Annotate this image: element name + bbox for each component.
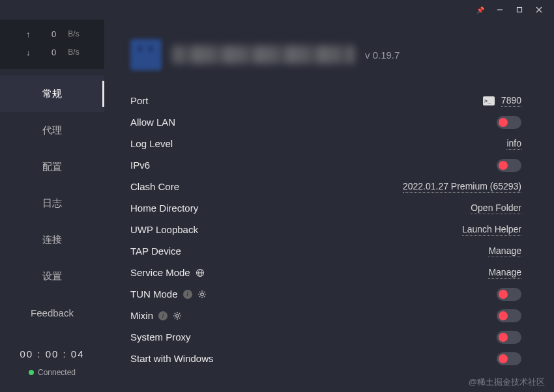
info-icon[interactable]: i <box>183 290 192 299</box>
status-dot-icon <box>29 370 34 375</box>
nav-item-feedback[interactable]: Feedback <box>0 294 104 331</box>
nav: 常规 代理 配置 日志 连接 设置 Feedback <box>0 69 104 337</box>
app-icon <box>130 39 162 70</box>
setting-service-mode: Service Mode Manage <box>130 262 521 283</box>
open-folder-button[interactable]: Open Folder <box>471 203 521 214</box>
setting-port: Port >_ 7890 <box>130 90 521 111</box>
app-header: v 0.19.7 <box>130 39 521 70</box>
maximize-button[interactable] <box>510 1 529 18</box>
log-level-value[interactable]: info <box>506 138 521 150</box>
terminal-icon[interactable]: >_ <box>483 96 495 105</box>
sidebar: ↑ 0 B/s ↓ 0 B/s 常规 代理 配置 日志 连接 设置 Feedba… <box>0 20 104 392</box>
setting-label: UWP Loopback <box>130 224 198 235</box>
setting-tap-device: TAP Device Manage <box>130 240 521 262</box>
download-stat: ↓ 0 B/s <box>0 43 104 61</box>
connection-status: Connected <box>29 368 76 377</box>
settings-list: Port >_ 7890 Allow LAN Log Level info IP… <box>130 90 521 369</box>
ipv6-toggle[interactable] <box>497 159 521 172</box>
setting-mixin: Mixin i <box>130 305 521 326</box>
uptime: 00 : 00 : 04 <box>0 348 104 359</box>
setting-label: TUN Mode i <box>130 288 207 300</box>
setting-label: Home Directory <box>130 203 198 214</box>
download-unit: B/s <box>68 48 79 57</box>
setting-system-proxy: System Proxy <box>130 326 521 348</box>
setting-uwp-loopback: UWP Loopback Launch Helper <box>130 219 521 240</box>
setting-label: TAP Device <box>130 245 181 257</box>
watermark: @稀土掘金技术社区 <box>469 376 545 388</box>
start-with-windows-toggle[interactable] <box>497 352 521 365</box>
upload-stat: ↑ 0 B/s <box>0 25 104 43</box>
nav-item-logs[interactable]: 日志 <box>0 185 104 221</box>
titlebar: 📌 <box>0 0 554 20</box>
clash-core-value[interactable]: 2022.01.27 Premium (65293) <box>403 181 521 193</box>
nav-item-settings[interactable]: 设置 <box>0 258 104 294</box>
setting-label: IPv6 <box>130 160 150 171</box>
nav-item-connections[interactable]: 连接 <box>0 221 104 258</box>
setting-ipv6: IPv6 <box>130 154 521 176</box>
setting-allow-lan: Allow LAN <box>130 111 521 133</box>
app-version: v 0.19.7 <box>365 49 400 61</box>
sidebar-status: 00 : 00 : 04 Connected <box>0 337 104 392</box>
allow-lan-toggle[interactable] <box>497 116 521 129</box>
svg-rect-1 <box>518 8 522 12</box>
globe-icon <box>196 268 205 277</box>
mixin-toggle[interactable] <box>497 309 521 322</box>
setting-label: System Proxy <box>130 331 191 343</box>
setting-home-directory: Home Directory Open Folder <box>130 197 521 219</box>
nav-label: 配置 <box>42 161 62 173</box>
upload-value: 0 <box>43 29 56 39</box>
upload-unit: B/s <box>68 29 79 38</box>
info-icon[interactable]: i <box>158 311 168 320</box>
port-value[interactable]: 7890 <box>501 95 521 107</box>
setting-label: Clash Core <box>130 181 179 192</box>
setting-label: Mixin i <box>130 310 182 321</box>
setting-label: Start with Windows <box>130 353 214 364</box>
launch-helper-button[interactable]: Launch Helper <box>462 224 521 236</box>
nav-item-proxies[interactable]: 代理 <box>0 112 104 148</box>
nav-label: 设置 <box>42 270 62 283</box>
main-panel: v 0.19.7 Port >_ 7890 Allow LAN Log Leve… <box>104 20 554 392</box>
setting-start-with-windows: Start with Windows <box>130 348 521 369</box>
download-arrow-icon: ↓ <box>25 48 31 57</box>
setting-label: Log Level <box>130 138 173 149</box>
gear-icon[interactable] <box>173 311 182 320</box>
setting-label: Allow LAN <box>130 117 175 128</box>
setting-tun-mode: TUN Mode i <box>130 283 521 305</box>
service-manage-button[interactable]: Manage <box>488 267 521 279</box>
pin-button[interactable]: 📌 <box>471 1 490 18</box>
svg-point-7 <box>200 292 203 295</box>
download-value: 0 <box>43 48 56 57</box>
upload-arrow-icon: ↑ <box>25 29 31 39</box>
minimize-button[interactable] <box>490 1 510 18</box>
setting-log-level: Log Level info <box>130 133 521 154</box>
tap-manage-button[interactable]: Manage <box>488 245 521 257</box>
close-button[interactable] <box>529 1 549 18</box>
nav-item-profiles[interactable]: 配置 <box>0 148 104 185</box>
nav-label: 连接 <box>42 234 62 246</box>
nav-label: 代理 <box>42 124 62 137</box>
tun-mode-toggle[interactable] <box>497 288 521 301</box>
connection-label: Connected <box>38 368 76 377</box>
network-stats: ↑ 0 B/s ↓ 0 B/s <box>0 20 104 69</box>
setting-label: Service Mode <box>130 267 205 278</box>
nav-label: Feedback <box>31 307 74 318</box>
setting-label: Port <box>130 95 149 106</box>
gear-icon[interactable] <box>197 290 207 299</box>
setting-clash-core: Clash Core 2022.01.27 Premium (65293) <box>130 176 521 197</box>
app-title <box>172 46 355 64</box>
nav-label: 日志 <box>42 197 62 210</box>
svg-point-8 <box>176 314 179 316</box>
system-proxy-toggle[interactable] <box>497 331 521 344</box>
nav-label: 常规 <box>42 88 62 100</box>
nav-item-general[interactable]: 常规 <box>0 76 104 112</box>
